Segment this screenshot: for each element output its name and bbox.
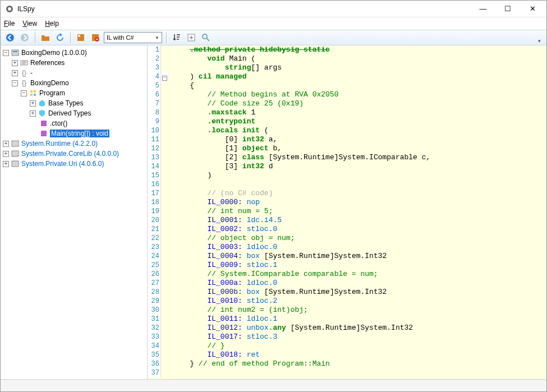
tree-node-system-runtime[interactable]: + System.Runtime (4.2.2.0)	[3, 139, 147, 149]
tree-node-system-uri[interactable]: + System.Private.Uri (4.0.6.0)	[3, 159, 147, 169]
code-token: .entrypoint	[207, 117, 255, 126]
tree-node-base-types[interactable]: + Base Types	[3, 98, 147, 108]
svg-point-1	[8, 7, 11, 11]
tree-node-dash[interactable]: + {} -	[3, 68, 147, 78]
code-token: [System.Runtime]System.Int32	[260, 288, 387, 296]
assembly-button[interactable]	[75, 31, 87, 44]
code-token: .locals init	[207, 126, 260, 135]
menu-file[interactable]: File	[4, 20, 15, 27]
fold-toggle[interactable]: −	[162, 76, 167, 81]
code-token: object	[242, 144, 269, 153]
class-icon	[29, 89, 38, 98]
code-token: IL_0009:	[207, 261, 242, 269]
tree-node-ctor[interactable]: .ctor()	[3, 118, 147, 128]
code-token: ldloc.1	[242, 315, 277, 323]
maximize-button[interactable]: ☐	[500, 4, 515, 13]
tree-label: -	[30, 69, 33, 77]
code-token: [0]	[225, 135, 242, 144]
code-token: )	[207, 171, 212, 179]
expand-icon[interactable]: +	[12, 60, 18, 66]
tree-node-system-corelib[interactable]: + System.Private.CoreLib (4.0.0.0)	[3, 149, 147, 159]
app-icon	[5, 4, 14, 13]
main-content: − BoxingDemo (1.0.0.0) + References + {}…	[1, 45, 546, 379]
tree-node-boxingdemo-asm[interactable]: − BoxingDemo (1.0.0.0)	[3, 48, 147, 58]
collapse-icon[interactable]: −	[21, 90, 27, 96]
code-viewer: 1 .method private hidebysig static 2 voi…	[148, 45, 546, 379]
code-token: .maxstack	[207, 108, 246, 117]
svg-rect-13	[30, 90, 33, 93]
code-token: stloc.3	[242, 333, 277, 341]
code-token: // object obj = num;	[207, 234, 295, 242]
window-title: ILSpy	[17, 5, 476, 13]
code-token: d	[264, 162, 273, 170]
svg-point-3	[21, 34, 29, 41]
method-icon	[39, 119, 48, 128]
code-token: int32	[242, 135, 264, 144]
expand-icon[interactable]: +	[12, 70, 18, 76]
language-combo-value: IL with C#	[107, 34, 134, 41]
tree-label: BoxingDemo (1.0.0.0)	[21, 49, 87, 57]
code-token: ldloc.0	[242, 279, 277, 287]
code-token: unbox	[242, 324, 269, 332]
code-token: [System.Runtime]System.Int32	[286, 324, 413, 332]
code-token: }	[190, 359, 199, 368]
method-icon	[39, 129, 48, 138]
assembly-tree[interactable]: − BoxingDemo (1.0.0.0) + References + {}…	[1, 45, 148, 379]
code-lines[interactable]: 1 .method private hidebysig static 2 voi…	[148, 45, 546, 379]
code-token: IL_0000:	[207, 198, 242, 206]
code-token: IL_0001:	[207, 216, 242, 224]
refresh-button[interactable]	[54, 31, 66, 44]
code-token: ldloc.0	[242, 243, 277, 251]
minimize-button[interactable]: —	[476, 4, 490, 13]
tree-node-references[interactable]: + References	[3, 58, 147, 68]
expand-icon[interactable]: +	[3, 151, 9, 157]
code-token: class	[242, 153, 264, 162]
tree-node-derived-types[interactable]: + Derived Types	[3, 108, 147, 118]
code-token: .method private hidebysig static	[190, 45, 330, 54]
code-token: IL_0012:	[207, 324, 242, 332]
code-token: [System.Runtime]System.Int32	[260, 252, 387, 260]
toolbar-overflow[interactable]: ▾	[538, 38, 543, 44]
collapse-icon[interactable]: −	[3, 50, 9, 56]
code-token: .any	[269, 324, 286, 332]
language-combo[interactable]: IL with C# ▼	[104, 32, 162, 43]
code-token: 1	[247, 108, 256, 117]
assembly-icon	[11, 48, 20, 57]
code-token: IL_000b:	[207, 288, 242, 296]
svg-rect-15	[30, 94, 33, 96]
menu-view[interactable]: View	[22, 20, 37, 27]
tree-node-program[interactable]: − Program	[3, 88, 147, 98]
code-token: IL_0011:	[207, 315, 242, 323]
close-button[interactable]: ✕	[525, 4, 540, 13]
code-token: (	[260, 126, 269, 135]
tree-node-boxingdemo-ns[interactable]: − {} BoxingDemo	[3, 78, 147, 88]
open-button[interactable]	[39, 31, 52, 44]
tree-label: Derived Types	[48, 109, 91, 117]
svg-rect-16	[34, 94, 36, 96]
search-button[interactable]	[200, 31, 212, 44]
tree-node-main[interactable]: Main(string[]) : void	[3, 128, 147, 139]
code-token: void	[207, 54, 224, 63]
code-token: int32	[242, 162, 264, 170]
spacer	[30, 131, 38, 137]
window-controls: — ☐ ✕	[476, 4, 542, 13]
expand-icon[interactable]: +	[3, 161, 9, 167]
tree-label: Program	[39, 89, 65, 97]
expand-icon[interactable]: +	[3, 141, 9, 147]
expand-icon[interactable]: +	[30, 110, 36, 117]
assembly-remove-button[interactable]	[89, 31, 102, 44]
expand-icon[interactable]: +	[30, 100, 36, 107]
tree-label: System.Private.CoreLib (4.0.0.0)	[21, 150, 119, 158]
spacer	[30, 121, 38, 127]
svg-rect-14	[34, 90, 36, 93]
forward-button[interactable]	[19, 31, 31, 44]
collapse-icon[interactable]: −	[12, 80, 18, 86]
sort-button[interactable]	[171, 31, 183, 44]
tree-label: .ctor()	[50, 119, 67, 127]
code-token: IL_0004:	[207, 252, 242, 260]
menu-help[interactable]: Help	[45, 20, 59, 27]
back-button[interactable]	[4, 31, 16, 44]
toggle-folding-button[interactable]	[185, 31, 197, 44]
tree-label: System.Runtime (4.2.2.0)	[21, 140, 98, 147]
code-token: box	[242, 288, 260, 296]
